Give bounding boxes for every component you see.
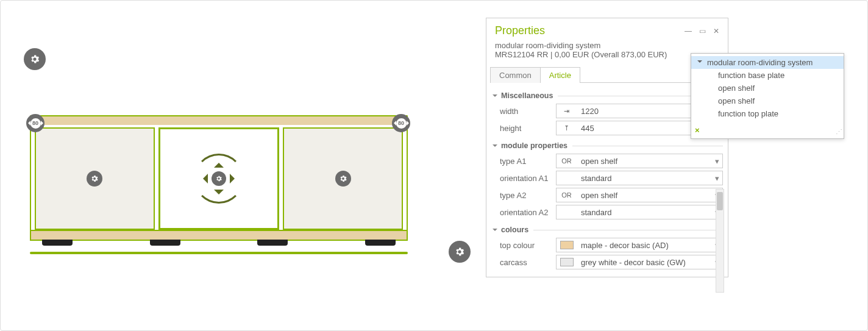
type-a2-field[interactable]: OR open shelf ▾	[556, 188, 723, 202]
maximize-button[interactable]: ▭	[699, 27, 706, 35]
resize-badge: 80	[30, 118, 41, 129]
gear-icon	[29, 54, 40, 65]
prop-value: standard	[577, 208, 711, 217]
arrow-up-icon	[214, 158, 224, 168]
minimize-button[interactable]: —	[685, 27, 692, 35]
prop-label: orientation A1	[491, 174, 556, 183]
canvas-settings-button[interactable]	[24, 48, 46, 70]
unit-cell-3[interactable]	[283, 127, 403, 230]
unit-foot	[150, 240, 180, 246]
prop-label: width	[491, 107, 556, 116]
window-buttons: — ▭ ✕	[685, 27, 719, 35]
gear-icon	[339, 174, 347, 183]
tab-article[interactable]: Article	[540, 67, 580, 83]
app-frame: 80 80 Properties — ▭ ✕ modular room-divi…	[0, 0, 868, 331]
prop-label: orientation A2	[491, 208, 556, 217]
move-gizmo[interactable]	[194, 154, 244, 204]
tree-item[interactable]: function top plate	[691, 107, 844, 120]
chevron-down-icon[interactable]: ▾	[711, 157, 722, 166]
move-hub[interactable]	[212, 171, 226, 186]
prop-value: open shelf	[577, 157, 711, 166]
unit-cell-1[interactable]	[35, 127, 155, 230]
tree-item[interactable]: function base plate	[691, 69, 844, 82]
group-header[interactable]: Miscellaneous	[493, 91, 723, 100]
cell-settings-button[interactable]	[87, 171, 102, 187]
prop-label: top colour	[491, 241, 556, 250]
scrollbar[interactable]	[716, 189, 724, 293]
panel-title: Properties	[495, 24, 545, 37]
close-button[interactable]: ✕	[713, 27, 719, 35]
row-orientation-a1: orientation A1 standard ▾	[491, 169, 723, 187]
orientation-a2-field[interactable]: standard ▾	[556, 205, 723, 219]
arrow-right-icon	[230, 174, 240, 183]
gear-icon	[454, 246, 465, 257]
arrow-left-icon	[198, 174, 208, 183]
gear-icon	[90, 174, 99, 183]
tree-close-button[interactable]: ×	[695, 126, 700, 135]
group-module-properties: module properties type A1 OR open shelf …	[491, 141, 723, 221]
structure-tree-popup: modular room-dividing system function ba…	[691, 53, 844, 139]
panel-header: Properties — ▭ ✕	[486, 18, 728, 41]
resize-handle-left[interactable]: 80	[26, 114, 44, 132]
resize-grip-icon[interactable]: ⋰	[836, 128, 841, 136]
tree-item[interactable]: open shelf	[691, 82, 844, 94]
tree-item-root[interactable]: modular room-dividing system	[691, 56, 844, 69]
cell-settings-button[interactable]	[335, 171, 351, 187]
prop-label: height	[491, 124, 556, 133]
gear-icon	[215, 175, 222, 182]
group-title: colours	[501, 226, 528, 234]
tree-item[interactable]: open shelf	[691, 94, 844, 107]
width-icon: ⇥	[557, 107, 577, 115]
group-header[interactable]: colours	[493, 226, 723, 234]
code-badge: OR	[557, 157, 577, 165]
prop-value: grey white - decor basic (GW)	[577, 258, 711, 267]
prop-value: standard	[577, 174, 711, 183]
unit-top-plate	[30, 115, 408, 125]
unit-foot	[365, 240, 396, 246]
prop-value: maple - decor basic (AD)	[577, 241, 711, 250]
row-orientation-a2: orientation A2 standard ▾	[491, 204, 723, 221]
unit-foot	[257, 240, 288, 246]
row-width: width ⇥ 1220	[491, 102, 723, 119]
colour-swatch-maple	[560, 241, 574, 249]
group-title: module properties	[501, 141, 567, 150]
group-title: Miscellaneous	[501, 91, 553, 100]
row-type-a1: type A1 OR open shelf ▾	[491, 152, 723, 169]
type-a1-field[interactable]: OR open shelf ▾	[556, 154, 723, 168]
collapse-icon	[493, 144, 497, 149]
furniture-unit[interactable]	[30, 115, 408, 246]
orientation-a1-field[interactable]: standard ▾	[556, 171, 723, 185]
arrow-down-icon	[214, 190, 224, 199]
rule	[533, 230, 723, 230]
chevron-down-icon[interactable]: ▾	[711, 174, 722, 183]
row-height: height ⤒ 445	[491, 119, 723, 137]
prop-value: open shelf	[577, 191, 711, 200]
prop-label: type A2	[491, 191, 556, 200]
design-canvas[interactable]: 80 80	[1, 1, 867, 330]
prop-label: type A1	[491, 157, 556, 166]
tab-bar: Common Article	[490, 66, 724, 83]
group-colours: colours top colour maple - decor basic (…	[491, 226, 723, 271]
row-type-a2: type A2 OR open shelf ▾	[491, 187, 723, 204]
tab-common[interactable]: Common	[490, 67, 541, 83]
unit-foot	[42, 240, 73, 246]
row-carcass: carcass grey white - decor basic (GW) ▾	[491, 254, 723, 271]
scrollbar-thumb[interactable]	[717, 192, 723, 210]
tree-body: modular room-dividing system function ba…	[691, 54, 844, 138]
code-badge: OR	[557, 191, 577, 199]
unit-feet	[30, 240, 408, 246]
resize-badge: 80	[396, 118, 407, 129]
rule	[572, 146, 723, 146]
prop-label: carcass	[491, 258, 556, 267]
group-header[interactable]: module properties	[493, 141, 723, 150]
top-colour-field[interactable]: maple - decor basic (AD) ▾	[556, 238, 723, 252]
collapse-icon	[493, 229, 497, 233]
carcass-field[interactable]: grey white - decor basic (GW) ▾	[556, 255, 723, 269]
panel-subtitle-1: modular room-dividing system	[486, 41, 728, 50]
colour-swatch-grey	[560, 258, 574, 266]
resize-handle-right[interactable]: 80	[392, 114, 410, 132]
row-top-colour: top colour maple - decor basic (AD) ▾	[491, 237, 723, 254]
scene-settings-button[interactable]	[449, 241, 471, 263]
height-icon: ⤒	[557, 124, 577, 132]
unit-cell-2-selected[interactable]	[158, 127, 280, 230]
